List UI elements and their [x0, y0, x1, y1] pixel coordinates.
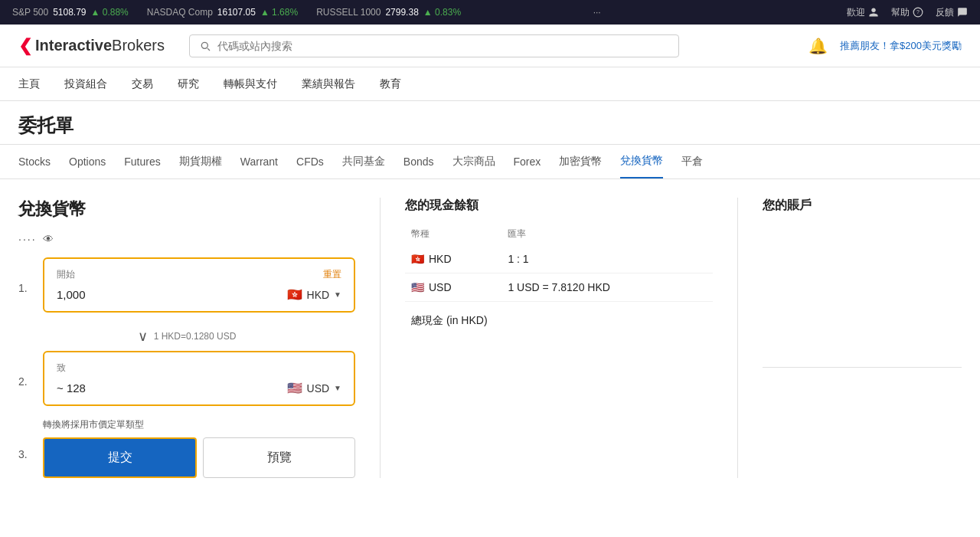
ticker-bar: S&P 500 5108.79 ▲ 0.88% NASDAQ Comp 1610…: [0, 0, 980, 25]
step1-label-row: 開始 重置: [57, 268, 341, 281]
eye-icon[interactable]: 👁: [43, 233, 54, 245]
step2-row: 2. 致 🇺🇸 USD ▼: [18, 351, 355, 406]
account-title: 您的賬戶: [763, 198, 962, 214]
help-icon: ?: [913, 7, 923, 18]
hkd-cell: 🇭🇰 HKD: [411, 253, 495, 265]
sub-nav: Stocks Options Futures 期貨期權 Warrant CFDs…: [0, 145, 980, 179]
rate-arrow: ∨: [138, 328, 148, 345]
nav-trade[interactable]: 交易: [132, 68, 153, 100]
main-content: 兌換貨幣 ···· 👁 1. 開始 重置 🇭🇰 HKD ▼: [0, 179, 980, 496]
tab-stocks[interactable]: Stocks: [18, 146, 51, 177]
nav-education[interactable]: 教育: [380, 68, 401, 100]
nav-transfer[interactable]: 轉帳與支付: [224, 68, 277, 100]
step2-chevron-icon: ▼: [334, 384, 341, 392]
feedback-icon: [957, 7, 968, 18]
ticker-right-actions: 歡迎 幫助 ? 反饋: [847, 6, 968, 19]
step1-row: 1. 開始 重置 🇭🇰 HKD ▼: [18, 257, 355, 313]
ticker-nasdaq-value: 16107.05: [217, 7, 256, 18]
logo-text: InteractiveBrokers: [35, 37, 165, 54]
main-nav: 主頁 投資組合 交易 研究 轉帳與支付 業績與報告 教育: [0, 67, 980, 101]
divider-left: [380, 198, 381, 478]
nav-research[interactable]: 研究: [178, 68, 199, 100]
tab-cfds[interactable]: CFDs: [296, 146, 324, 177]
step1-amount-input[interactable]: [57, 288, 281, 301]
header-right: 🔔 推薦朋友！拿$200美元獎勵: [808, 37, 962, 55]
step3-area: 轉換將採用市價定單類型 3. 提交 預覽: [18, 418, 355, 478]
balance-row-usd: 🇺🇸 USD 1 USD = 7.8120 HKD: [405, 273, 713, 302]
step1-currency: HKD: [307, 289, 330, 301]
ticker-russell-change: ▲ 0.83%: [423, 7, 461, 18]
step1-label: 開始: [57, 268, 75, 281]
tab-mutual-funds[interactable]: 共同基金: [342, 146, 385, 178]
hkd-currency: HKD: [429, 253, 452, 265]
ticker-russell-label: RUSSELL 1000: [316, 7, 381, 18]
search-bar[interactable]: [189, 34, 679, 57]
logo[interactable]: ❮ InteractiveBrokers: [18, 36, 165, 56]
ticker-welcome: 歡迎: [847, 6, 879, 19]
balance-row-hkd: 🇭🇰 HKD 1 : 1: [405, 245, 713, 273]
tab-options[interactable]: Options: [69, 146, 106, 177]
ticker-nasdaq-label: NASDAQ Comp: [147, 7, 213, 18]
usd-rate: 1 USD = 7.8120 HKD: [501, 273, 713, 302]
user-icon: [868, 7, 879, 18]
rate-row: ∨ 1 HKD=0.1280 USD: [18, 325, 355, 345]
action-button-row: 提交 預覽: [43, 437, 355, 478]
convert-section-title: 兌換貨幣: [18, 198, 355, 221]
step1-currency-select[interactable]: 🇭🇰 HKD ▼: [287, 287, 341, 302]
tab-warrant[interactable]: Warrant: [240, 146, 278, 177]
rate-text: 1 HKD=0.1280 USD: [154, 331, 237, 342]
dots: ····: [18, 233, 37, 245]
balance-title: 您的現金餘額: [405, 198, 713, 214]
notification-bell-icon[interactable]: 🔔: [808, 37, 828, 55]
submit-button[interactable]: 提交: [43, 437, 197, 478]
tab-futures[interactable]: Futures: [124, 146, 160, 177]
step2-amount-input[interactable]: [57, 381, 281, 395]
total-cash-row: 總現金 (in HKD): [405, 308, 713, 334]
col-rate-header: 匯率: [501, 223, 713, 245]
ticker-sp500-change: ▲ 0.88%: [91, 7, 129, 18]
nav-portfolio[interactable]: 投資組合: [64, 68, 107, 100]
step1-value-row: 🇭🇰 HKD ▼: [57, 287, 341, 302]
step2-input-group: 致 🇺🇸 USD ▼: [43, 351, 355, 406]
divider-right: [737, 198, 738, 478]
tab-commodities[interactable]: 大宗商品: [452, 146, 495, 178]
balance-table: 幣種 匯率 🇭🇰 HKD 1 : 1: [405, 223, 713, 302]
promo-link[interactable]: 推薦朋友！拿$200美元獎勵: [840, 39, 962, 53]
reset-link[interactable]: 重置: [323, 268, 341, 281]
page-title-area: 委托單: [0, 101, 980, 145]
nav-home[interactable]: 主頁: [18, 68, 40, 100]
hkd-flag: 🇭🇰: [411, 253, 424, 265]
step2-currency-select[interactable]: 🇺🇸 USD ▼: [287, 381, 341, 395]
step1-chevron-icon: ▼: [334, 290, 341, 299]
dots-row: ···· 👁: [18, 233, 355, 245]
tab-futures-options[interactable]: 期貨期權: [179, 146, 222, 178]
balance-panel: 您的現金餘額 幣種 匯率 🇭🇰 HKD 1 : 1: [405, 198, 713, 334]
preview-button[interactable]: 預覽: [203, 437, 355, 478]
tab-convert-currency[interactable]: 兌換貨幣: [620, 145, 663, 178]
usd-cell: 🇺🇸 USD: [411, 281, 495, 293]
ticker-more: ···: [593, 7, 601, 18]
step1-flag: 🇭🇰: [287, 287, 302, 302]
step2-label: 致: [57, 362, 66, 375]
tab-forex[interactable]: Forex: [514, 146, 541, 177]
account-divider: [763, 367, 962, 368]
step2-num: 2.: [18, 351, 34, 388]
usd-flag: 🇺🇸: [411, 281, 424, 293]
ticker-russell-value: 2799.38: [385, 7, 418, 18]
tab-close-position[interactable]: 平倉: [681, 146, 703, 178]
action-label: 轉換將採用市價定單類型: [43, 418, 355, 431]
hkd-rate: 1 : 1: [501, 245, 713, 273]
logo-icon: ❮: [18, 36, 32, 56]
ticker-feedback[interactable]: 反饋: [936, 6, 968, 19]
tab-bonds[interactable]: Bonds: [403, 146, 434, 177]
nav-reports[interactable]: 業績與報告: [302, 68, 355, 100]
step3-num: 3.: [18, 437, 34, 460]
ticker-help[interactable]: 幫助 ?: [891, 6, 923, 19]
ticker-sp500: S&P 500 5108.79 ▲ 0.88%: [12, 7, 129, 18]
search-input[interactable]: [217, 40, 669, 52]
step2-value-row: 🇺🇸 USD ▼: [57, 381, 341, 395]
usd-currency: USD: [429, 281, 452, 293]
ticker-russell: RUSSELL 1000 2799.38 ▲ 0.83%: [316, 7, 461, 18]
tab-crypto[interactable]: 加密貨幣: [559, 146, 602, 178]
step2-flag: 🇺🇸: [287, 381, 302, 395]
